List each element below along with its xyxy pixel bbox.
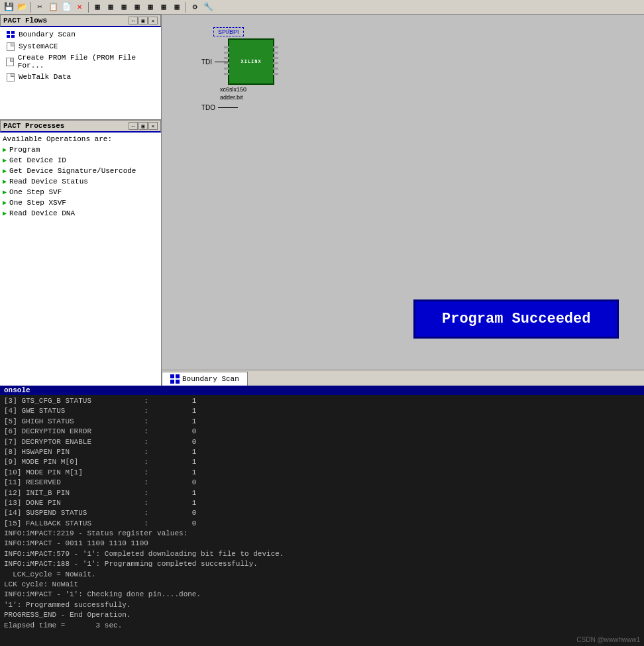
console-area: onsole [3] GTS_CFG_B STATUS : 1[4] GWE S… [0,386,644,646]
chip-pin-l5 [224,68,229,70]
flow-item-system-ace[interactable]: SystemACE [0,40,161,52]
chip-pin-r2 [273,52,278,54]
process-item-read-device-dna[interactable]: ▶ Read Device DNA [0,208,161,219]
processes-panel-restore[interactable]: ▣ [138,122,148,130]
chip-name-line1: xc6slx150 [220,86,274,94]
process-arrow-svf: ▶ [3,188,7,196]
flow-item-webtalk[interactable]: WebTalk Data [0,71,161,83]
processes-header-text: Available Operations are: [0,133,161,144]
process-item-get-device-id[interactable]: ▶ Get Device ID [0,155,161,166]
svg-rect-2 [170,380,174,384]
console-line: INFO:iMPACT:2219 - Status register value… [4,529,640,539]
processes-panel-close[interactable]: ✕ [148,122,158,130]
chip-pin-l4 [224,62,229,64]
toolbar-icon-cut[interactable]: ✂️ [34,1,46,13]
console-line: [14] SUSPEND STATUS : 0 [4,508,640,518]
toolbar: 💾 📂 ✂️ 📋 📄 ✕ ▦ ▦ ▦ ▦ ▦ ▦ ▦ ⚙️ 🔧 [0,0,644,15]
flow-item-boundary-scan[interactable]: Boundary Scan [0,28,161,40]
process-item-one-step-svf[interactable]: ▶ One Step SVF [0,187,161,197]
toolbar-icon-grid4[interactable]: ▦ [131,1,143,13]
console-line: [8] HSWAPEN PIN : 1 [4,447,640,457]
top-split: PACT Flows ↔ ▣ ✕ [0,15,644,386]
process-item-get-signature[interactable]: ▶ Get Device Signature/Usercode [0,166,161,176]
process-item-program[interactable]: ▶ Program [0,144,161,155]
flow-item-create-prom[interactable]: Create PROM File (PROM File For... [0,52,161,71]
process-label-one-step-xsvf: One Step XSVF [9,199,66,207]
console-line: [10] MODE PIN M[1] : 1 [4,468,640,478]
process-label-read-device-status: Read Device Status [9,178,88,186]
tab-boundary-scan[interactable]: Boundary Scan [162,372,248,386]
toolbar-icon-grid6[interactable]: ▦ [158,1,170,13]
chip-pin-l6 [224,73,229,75]
flows-panel-expand[interactable]: ↔ [129,17,138,25]
toolbar-icon-grid5[interactable]: ▦ [144,1,156,13]
flow-label-webtalk: WebTalk Data [19,73,71,81]
console-line: INFO:iMPACT:579 - '1': Completed downloa… [4,549,640,559]
process-arrow-device-id: ▶ [3,156,7,164]
process-label-get-signature: Get Device Signature/Usercode [9,167,136,175]
console-line: [13] DONE PIN : 1 [4,498,640,508]
console-line: [6] DECRYPTION ERROR : 0 [4,427,640,437]
processes-panel-header: PACT Processes ↔ ▣ ✕ [0,120,161,133]
chip-pin-r5 [273,68,278,70]
flows-panel: Boundary Scan SystemACE Create PROM File… [0,27,161,120]
flow-label-create-prom: Create PROM File (PROM File For... [18,54,156,70]
toolbar-icon-settings[interactable]: ⚙️ [189,1,201,13]
flows-list: Boundary Scan SystemACE Create PROM File… [0,27,161,84]
console-header: onsole [0,386,644,395]
svg-rect-1 [176,374,180,378]
flow-icon-webtalk [5,72,16,81]
program-succeeded-button[interactable]: Program Succeeded [413,299,619,339]
flows-panel-restore[interactable]: ▣ [138,17,148,25]
process-arrow-device-status: ▶ [3,178,7,186]
toolbar-icon-grid1[interactable]: ▦ [91,1,103,13]
chip-pins-right [273,46,278,75]
flows-panel-controls: ↔ ▣ ✕ [129,17,158,25]
console-line: [15] FALLBACK STATUS : 0 [4,519,640,529]
console-line: [9] MODE PIN M[0] : 1 [4,457,640,467]
toolbar-icon-open[interactable]: 📂 [16,1,28,13]
chip-pin-l1 [224,46,229,48]
processes-panel: Available Operations are: ▶ Program ▶ Ge… [0,133,161,386]
chip-diagram: SPI/BPI TDI [201,28,274,111]
toolbar-icon-grid2[interactable]: ▦ [105,1,117,13]
console-line: INFO:iMPACT:188 - '1': Programming compl… [4,559,640,569]
console-content: [3] GTS_CFG_B STATUS : 1[4] GWE STATUS :… [0,395,644,632]
console-line: '1': Programmed successfully. [4,600,640,610]
tdo-label: TDO [201,104,215,111]
console-line: [4] GWE STATUS : 1 [4,406,640,416]
process-item-read-device-status[interactable]: ▶ Read Device Status [0,176,161,187]
flows-panel-header: PACT Flows ↔ ▣ ✕ [0,15,161,27]
console-line: LCK_cycle = NoWait. [4,570,640,580]
flow-label-boundary-scan: Boundary Scan [19,30,76,38]
chip-pin-r1 [273,46,278,48]
console-line: [11] RESERVED : 0 [4,478,640,488]
toolbar-icon-save[interactable]: 💾 [3,1,15,13]
processes-panel-title: PACT Processes [3,122,64,130]
flow-icon-create-prom [5,57,15,66]
console-line: Elapsed time = 3 sec. [4,621,640,631]
toolbar-icon-wrench[interactable]: 🔧 [202,1,214,13]
console-line: INFO:iMPACT - '1': Checking done pin....… [4,590,640,600]
process-item-one-step-xsvf[interactable]: ▶ One Step XSVF [0,197,161,208]
processes-panel-expand[interactable]: ↔ [129,122,138,130]
chip-pin-l2 [224,52,229,54]
toolbar-icon-copy[interactable]: 📋 [47,1,59,13]
spi-bpi-label: SPI/BPI [213,27,244,36]
toolbar-icon-grid3[interactable]: ▦ [118,1,130,13]
flows-panel-close[interactable]: ✕ [148,17,158,25]
toolbar-icon-delete[interactable]: ✕ [74,1,85,13]
tdi-label: TDI [201,58,212,66]
toolbar-icon-grid7[interactable]: ▦ [171,1,183,13]
flow-label-system-ace: SystemACE [19,42,58,50]
svg-rect-3 [176,380,180,384]
svg-rect-0 [170,374,174,378]
process-label-get-device-id: Get Device ID [9,156,66,164]
chip-pins-left [224,46,229,75]
chip-pin-l3 [224,57,229,59]
toolbar-icon-paste[interactable]: 📄 [60,1,72,13]
canvas-content: SPI/BPI TDI [162,15,644,370]
chip-xilinx-logo: XILINX [241,59,262,64]
process-arrow-dna: ▶ [3,209,7,217]
process-label-program: Program [9,146,40,154]
